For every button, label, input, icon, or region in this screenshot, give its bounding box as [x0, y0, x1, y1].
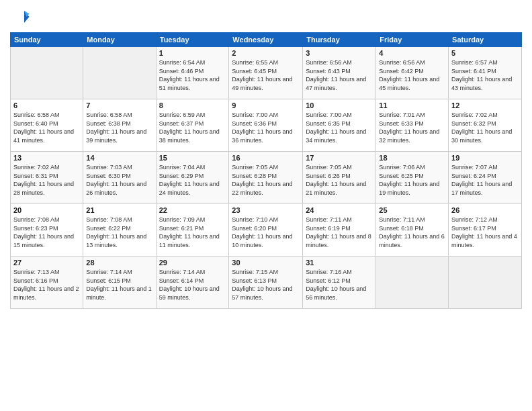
- day-number: 12: [451, 101, 519, 109]
- day-number: 22: [159, 206, 226, 214]
- day-info: Sunrise: 6:56 AMSunset: 6:42 PMDaylight:…: [379, 58, 445, 92]
- day-number: 2: [232, 49, 300, 57]
- day-number: 13: [13, 154, 80, 162]
- day-number: 28: [86, 259, 152, 267]
- calendar-cell: 10Sunrise: 7:00 AMSunset: 6:35 PMDayligh…: [303, 99, 376, 152]
- calendar-cell: [449, 257, 522, 309]
- day-info: Sunrise: 7:00 AMSunset: 6:35 PMDaylight:…: [306, 111, 373, 144]
- calendar-day-header: Tuesday: [156, 33, 229, 47]
- day-info: Sunrise: 6:55 AMSunset: 6:45 PMDaylight:…: [232, 58, 300, 92]
- day-number: 11: [379, 101, 445, 109]
- calendar-cell: 23Sunrise: 7:10 AMSunset: 6:20 PMDayligh…: [229, 204, 303, 257]
- day-info: Sunrise: 7:01 AMSunset: 6:33 PMDaylight:…: [379, 111, 445, 144]
- calendar-cell: 30Sunrise: 7:15 AMSunset: 6:13 PMDayligh…: [229, 257, 303, 309]
- calendar-day-header: Monday: [83, 33, 156, 47]
- calendar-header-row: SundayMondayTuesdayWednesdayThursdayFrid…: [11, 33, 522, 47]
- day-number: 4: [379, 49, 445, 57]
- page: SundayMondayTuesdayWednesdayThursdayFrid…: [0, 0, 532, 411]
- day-info: Sunrise: 6:59 AMSunset: 6:37 PMDaylight:…: [159, 111, 226, 144]
- day-number: 24: [306, 206, 373, 214]
- calendar-day-header: Wednesday: [229, 33, 303, 47]
- calendar-cell: 2Sunrise: 6:55 AMSunset: 6:45 PMDaylight…: [229, 47, 303, 99]
- calendar-cell: 26Sunrise: 7:12 AMSunset: 6:17 PMDayligh…: [449, 204, 522, 257]
- day-number: 6: [13, 101, 80, 109]
- day-info: Sunrise: 7:05 AMSunset: 6:28 PMDaylight:…: [232, 163, 300, 197]
- day-number: 26: [451, 206, 519, 214]
- calendar-cell: 1Sunrise: 6:54 AMSunset: 6:46 PMDaylight…: [156, 47, 229, 99]
- calendar-cell: 9Sunrise: 7:00 AMSunset: 6:36 PMDaylight…: [229, 99, 303, 152]
- day-number: 7: [86, 101, 152, 109]
- logo-icon: [10, 7, 30, 27]
- calendar-cell: 19Sunrise: 7:07 AMSunset: 6:24 PMDayligh…: [449, 152, 522, 204]
- day-number: 8: [159, 101, 226, 109]
- calendar-cell: 25Sunrise: 7:11 AMSunset: 6:18 PMDayligh…: [376, 204, 449, 257]
- day-number: 3: [306, 49, 373, 57]
- day-number: 17: [306, 154, 373, 162]
- day-number: 29: [159, 259, 226, 267]
- calendar-cell: 4Sunrise: 6:56 AMSunset: 6:42 PMDaylight…: [376, 47, 449, 99]
- calendar-week-row: 20Sunrise: 7:08 AMSunset: 6:23 PMDayligh…: [11, 204, 522, 257]
- calendar-cell: [11, 47, 83, 99]
- calendar-cell: 6Sunrise: 6:58 AMSunset: 6:40 PMDaylight…: [11, 99, 83, 152]
- calendar-cell: [376, 257, 449, 309]
- day-number: 18: [379, 154, 445, 162]
- day-info: Sunrise: 7:11 AMSunset: 6:18 PMDaylight:…: [379, 216, 445, 249]
- calendar-week-row: 6Sunrise: 6:58 AMSunset: 6:40 PMDaylight…: [11, 99, 522, 152]
- calendar-day-header: Sunday: [11, 33, 83, 47]
- day-number: 1: [159, 49, 226, 57]
- day-info: Sunrise: 7:00 AMSunset: 6:36 PMDaylight:…: [232, 111, 300, 144]
- day-info: Sunrise: 7:02 AMSunset: 6:32 PMDaylight:…: [451, 111, 519, 144]
- calendar-cell: 16Sunrise: 7:05 AMSunset: 6:28 PMDayligh…: [229, 152, 303, 204]
- day-number: 27: [13, 259, 80, 267]
- calendar-day-header: Friday: [376, 33, 449, 47]
- day-info: Sunrise: 7:07 AMSunset: 6:24 PMDaylight:…: [451, 163, 519, 197]
- day-info: Sunrise: 7:15 AMSunset: 6:13 PMDaylight:…: [232, 268, 300, 302]
- calendar-cell: 27Sunrise: 7:13 AMSunset: 6:16 PMDayligh…: [11, 257, 83, 309]
- day-number: 16: [232, 154, 300, 162]
- day-info: Sunrise: 6:56 AMSunset: 6:43 PMDaylight:…: [306, 58, 373, 92]
- calendar-cell: 24Sunrise: 7:11 AMSunset: 6:19 PMDayligh…: [303, 204, 376, 257]
- calendar-cell: 17Sunrise: 7:05 AMSunset: 6:26 PMDayligh…: [303, 152, 376, 204]
- day-info: Sunrise: 7:10 AMSunset: 6:20 PMDaylight:…: [232, 216, 300, 249]
- calendar-cell: 28Sunrise: 7:14 AMSunset: 6:15 PMDayligh…: [83, 257, 156, 309]
- day-info: Sunrise: 6:57 AMSunset: 6:41 PMDaylight:…: [451, 58, 519, 92]
- calendar-cell: 29Sunrise: 7:14 AMSunset: 6:14 PMDayligh…: [156, 257, 229, 309]
- day-number: 20: [13, 206, 80, 214]
- day-info: Sunrise: 7:14 AMSunset: 6:14 PMDaylight:…: [159, 268, 226, 302]
- day-info: Sunrise: 7:13 AMSunset: 6:16 PMDaylight:…: [13, 268, 80, 302]
- calendar-week-row: 27Sunrise: 7:13 AMSunset: 6:16 PMDayligh…: [11, 257, 522, 309]
- day-info: Sunrise: 6:58 AMSunset: 6:38 PMDaylight:…: [86, 111, 152, 144]
- calendar-week-row: 1Sunrise: 6:54 AMSunset: 6:46 PMDaylight…: [11, 47, 522, 99]
- calendar-cell: 7Sunrise: 6:58 AMSunset: 6:38 PMDaylight…: [83, 99, 156, 152]
- calendar-cell: 18Sunrise: 7:06 AMSunset: 6:25 PMDayligh…: [376, 152, 449, 204]
- day-number: 10: [306, 101, 373, 109]
- header: [10, 7, 522, 27]
- day-info: Sunrise: 7:04 AMSunset: 6:29 PMDaylight:…: [159, 163, 226, 197]
- day-info: Sunrise: 7:11 AMSunset: 6:19 PMDaylight:…: [306, 216, 373, 249]
- calendar-cell: 5Sunrise: 6:57 AMSunset: 6:41 PMDaylight…: [449, 47, 522, 99]
- calendar-cell: 13Sunrise: 7:02 AMSunset: 6:31 PMDayligh…: [11, 152, 83, 204]
- calendar-cell: 31Sunrise: 7:16 AMSunset: 6:12 PMDayligh…: [303, 257, 376, 309]
- calendar-day-header: Thursday: [303, 33, 376, 47]
- day-info: Sunrise: 7:08 AMSunset: 6:22 PMDaylight:…: [86, 216, 152, 249]
- day-info: Sunrise: 7:09 AMSunset: 6:21 PMDaylight:…: [159, 216, 226, 249]
- logo: [10, 7, 33, 27]
- day-number: 14: [86, 154, 152, 162]
- day-number: 21: [86, 206, 152, 214]
- calendar-cell: 15Sunrise: 7:04 AMSunset: 6:29 PMDayligh…: [156, 152, 229, 204]
- day-info: Sunrise: 6:54 AMSunset: 6:46 PMDaylight:…: [159, 58, 226, 92]
- day-number: 25: [379, 206, 445, 214]
- calendar-cell: 11Sunrise: 7:01 AMSunset: 6:33 PMDayligh…: [376, 99, 449, 152]
- day-info: Sunrise: 7:03 AMSunset: 6:30 PMDaylight:…: [86, 163, 152, 197]
- day-info: Sunrise: 7:05 AMSunset: 6:26 PMDaylight:…: [306, 163, 373, 197]
- calendar-day-header: Saturday: [449, 33, 522, 47]
- calendar-cell: 14Sunrise: 7:03 AMSunset: 6:30 PMDayligh…: [83, 152, 156, 204]
- day-number: 15: [159, 154, 226, 162]
- day-number: 5: [451, 49, 519, 57]
- day-number: 9: [232, 101, 300, 109]
- day-info: Sunrise: 7:02 AMSunset: 6:31 PMDaylight:…: [13, 163, 80, 197]
- day-info: Sunrise: 6:58 AMSunset: 6:40 PMDaylight:…: [13, 111, 80, 144]
- calendar-cell: 20Sunrise: 7:08 AMSunset: 6:23 PMDayligh…: [11, 204, 83, 257]
- day-number: 23: [232, 206, 300, 214]
- calendar-cell: 21Sunrise: 7:08 AMSunset: 6:22 PMDayligh…: [83, 204, 156, 257]
